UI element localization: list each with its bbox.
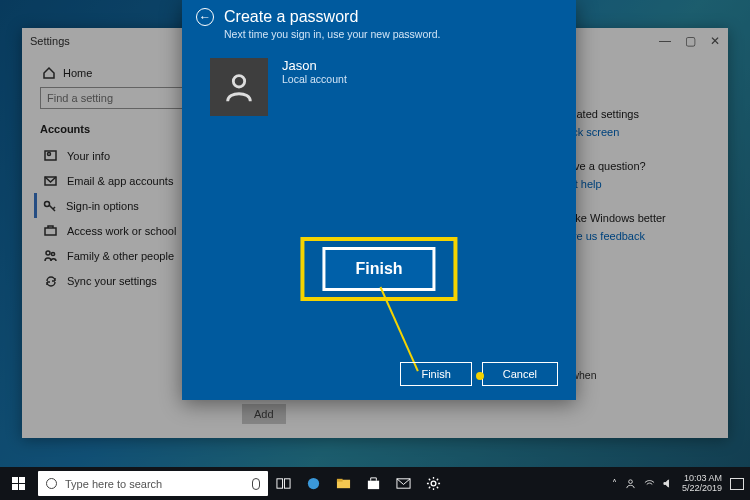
system-tray[interactable]: ˄ 10:03 AM 5/22/2019: [612, 474, 750, 494]
search-icon: [46, 478, 57, 489]
store-icon[interactable]: [358, 467, 388, 500]
user-name: Jason: [282, 58, 347, 73]
windows-icon: [12, 477, 25, 490]
taskbar-search[interactable]: Type here to search: [38, 471, 268, 496]
cancel-button[interactable]: Cancel: [482, 362, 558, 386]
clock-date: 5/22/2019: [682, 484, 722, 494]
svg-rect-8: [276, 479, 282, 488]
avatar: [210, 58, 268, 116]
action-center-icon[interactable]: [730, 478, 744, 490]
settings-taskbar-icon[interactable]: [418, 467, 448, 500]
user-account-type: Local account: [282, 73, 347, 85]
svg-point-15: [431, 481, 436, 486]
tray-chevron-icon[interactable]: ˄: [612, 478, 617, 489]
start-button[interactable]: [0, 467, 36, 500]
finish-callout-label: Finish: [322, 247, 435, 291]
desktop: Settings — ▢ ✕ Home Accounts Your info: [0, 0, 750, 500]
taskbar: Type here to search ˄ 10:03 AM 5/22/2019: [0, 467, 750, 500]
svg-point-7: [233, 76, 244, 87]
mail-app-icon[interactable]: [388, 467, 418, 500]
dialog-subtitle: Next time you sign in, use your new pass…: [182, 28, 576, 40]
edge-icon[interactable]: [298, 467, 328, 500]
search-placeholder: Type here to search: [65, 478, 162, 490]
svg-rect-13: [367, 481, 378, 489]
volume-icon[interactable]: [663, 478, 674, 489]
annotation-dot: [476, 372, 484, 380]
file-explorer-icon[interactable]: [328, 467, 358, 500]
svg-point-16: [629, 480, 633, 484]
svg-point-10: [307, 478, 318, 489]
create-password-dialog: ← Create a password Next time you sign i…: [182, 0, 576, 400]
people-tray-icon[interactable]: [625, 478, 636, 489]
dialog-title: Create a password: [224, 8, 358, 26]
svg-rect-12: [336, 479, 342, 482]
svg-rect-9: [284, 479, 290, 488]
back-button[interactable]: ←: [196, 8, 214, 26]
task-view-button[interactable]: [268, 467, 298, 500]
wifi-icon[interactable]: [644, 478, 655, 489]
user-icon: [222, 70, 256, 104]
finish-callout: Finish: [300, 237, 457, 301]
mic-icon: [252, 478, 260, 490]
finish-button[interactable]: Finish: [400, 362, 471, 386]
clock[interactable]: 10:03 AM 5/22/2019: [682, 474, 722, 494]
